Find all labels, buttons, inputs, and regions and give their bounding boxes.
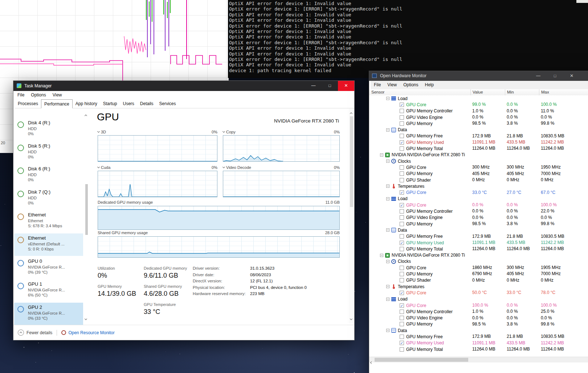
sensor-row[interactable]: ✓GPU Core0.0 %0.0 %100.0 % [369, 202, 588, 208]
tree-group-row[interactable]: −Clocks [369, 258, 588, 265]
sensor-row[interactable]: GPU Memory Controller1.0 %0.0 %25.0 % [369, 308, 588, 315]
tree-collapse-icon[interactable]: − [386, 298, 389, 301]
sensor-checkbox[interactable]: ✓ [400, 303, 404, 308]
tree-collapse-icon[interactable]: − [386, 97, 389, 100]
tree-group-row[interactable]: −Temperatures [369, 283, 588, 290]
open-resource-monitor-link[interactable]: Open Resource Monitor [61, 330, 114, 335]
sensor-checkbox[interactable] [400, 146, 404, 151]
ohm-close-button[interactable]: ✕ [566, 71, 577, 81]
sensor-checkbox[interactable] [400, 121, 404, 126]
ohm-column-headers[interactable]: Sensor Value Min Max [369, 89, 588, 96]
close-button[interactable]: ✕ [338, 81, 354, 91]
sensor-row[interactable]: GPU Core1860 MHz300 MHz1905 MHz [369, 265, 588, 271]
sensor-row[interactable]: GPU Shader0 MHz0 MHz0 MHz [369, 277, 588, 283]
tree-collapse-icon[interactable]: − [386, 260, 389, 263]
sensor-checkbox[interactable] [400, 347, 404, 352]
sensor-row[interactable]: GPU Video Engine0.0 %0.0 %0.0 % [369, 315, 588, 321]
chevron-down-icon[interactable] [222, 130, 225, 133]
sidebar-item-gpu-0[interactable]: GPU 0NVIDIA GeForce R...0% (39 °C) [14, 257, 83, 279]
chevron-down-icon[interactable] [97, 166, 100, 168]
column-header-min[interactable]: Min [505, 89, 541, 95]
sidebar-item-disk-5-r[interactable]: Disk 5 (R:)HDD0% [14, 141, 83, 164]
sensor-row[interactable]: GPU Memory Controller1.0 %0.0 %11.0 % [369, 108, 588, 114]
sensor-row[interactable]: GPU Memory Total11264.0 MB11264.0 MB1126… [369, 145, 588, 152]
tm-menu-file[interactable]: File [14, 91, 28, 99]
sensor-checkbox[interactable] [400, 310, 404, 314]
sensor-row[interactable]: ✓GPU Core50.0 °C33.0 °C78.0 °C [369, 290, 588, 296]
column-header-sensor[interactable]: Sensor [369, 89, 384, 95]
tab-details[interactable]: Details [137, 99, 156, 108]
sensor-row[interactable]: GPU Memory Controller0.0 %0.0 %22.0 % [369, 208, 588, 214]
ohm-horizontal-scrollbar[interactable] [369, 357, 588, 362]
tree-group-row[interactable]: −Load [369, 296, 588, 302]
sensor-row[interactable]: GPU Memory6790 MHz405 MHz7000 MHz [369, 271, 588, 277]
sensor-row[interactable]: GPU Video Engine0.0 %0.0 %0.0 % [369, 114, 588, 120]
sidebar-item-ethernet[interactable]: EthernetEthernetS: 678 R: 3.4 Mbps [14, 210, 83, 233]
ohm-menu-options[interactable]: Options [400, 81, 421, 89]
sensor-checkbox[interactable]: ✓ [400, 190, 404, 195]
sensor-row[interactable]: GPU Memory Total11264.0 MB11264.0 MB1126… [369, 346, 588, 352]
sensor-checkbox[interactable]: ✓ [400, 140, 404, 145]
sensor-row[interactable]: GPU Memory Total11264.0 MB11264.0 MB1126… [369, 246, 588, 252]
tree-collapse-icon[interactable]: − [386, 197, 389, 200]
sensor-row[interactable]: GPU Memory Free172.9 MB21.8 MB10830.5 MB [369, 333, 588, 340]
ohm-minimize-button[interactable]: — [532, 71, 544, 81]
sensor-row[interactable]: ✓GPU Core33.0 °C27.0 °C67.0 °C [369, 190, 588, 196]
sensor-checkbox[interactable] [400, 209, 404, 214]
sidebar-scrollbar[interactable] [85, 112, 89, 322]
sensor-checkbox[interactable] [400, 266, 404, 270]
tree-collapse-icon[interactable]: − [386, 128, 389, 132]
sensor-checkbox[interactable] [400, 109, 404, 113]
sensor-row[interactable]: ✓GPU Memory Used11091.1 MB433.5 MB11242.… [369, 139, 588, 145]
sensor-checkbox[interactable] [400, 215, 404, 220]
sensor-row[interactable]: ✓GPU Core99.0 %0.0 %100.0 % [369, 101, 588, 108]
tree-group-row[interactable]: −Load [369, 196, 588, 202]
sidebar-item-gpu-2[interactable]: GPU 2NVIDIA GeForce R...0% (33 °C) [14, 303, 83, 325]
sensor-checkbox[interactable] [400, 322, 404, 326]
sensor-row[interactable]: GPU Memory Free172.9 MB21.8 MB10830.5 MB [369, 133, 588, 139]
tree-group-row[interactable]: −Data [369, 127, 588, 133]
sensor-checkbox[interactable] [400, 316, 404, 320]
scroll-up-icon[interactable] [85, 112, 87, 118]
sensor-row[interactable]: GPU Memory Free172.9 MB21.8 MB10830.5 MB [369, 233, 588, 240]
tree-group-row[interactable]: −NVIDIA NVIDIA GeForce RTX 2080 Ti [369, 252, 588, 258]
sensor-row[interactable]: GPU Memory98.5 %3.8 %99.8 % [369, 120, 588, 127]
sensor-row[interactable]: ✓GPU Core100.0 %0.0 %100.0 % [369, 302, 588, 308]
tab-processes[interactable]: Processes [15, 99, 41, 108]
sensor-checkbox[interactable]: ✓ [400, 103, 404, 107]
scroll-left-icon[interactable] [371, 359, 372, 365]
sensor-row[interactable]: GPU Shader0 MHz0 MHz0 MHz [369, 177, 588, 183]
sidebar-item-gpu-1[interactable]: GPU 1NVIDIA GeForce R...6% (50 °C) [14, 279, 83, 302]
chevron-down-icon[interactable] [97, 130, 100, 133]
tree-collapse-icon[interactable]: − [386, 329, 389, 332]
scroll-down-icon[interactable] [350, 315, 352, 322]
sensor-checkbox[interactable]: ✓ [400, 341, 404, 345]
sensor-row[interactable]: ✓GPU Memory Used11091.1 MB433.5 MB11242.… [369, 340, 588, 346]
sensor-checkbox[interactable] [400, 247, 404, 251]
scrollbar-thumb[interactable] [375, 358, 468, 362]
sidebar-item-disk-6-r[interactable]: Disk 6 (R:)HDD0% [14, 164, 83, 187]
scroll-down-icon[interactable] [85, 315, 87, 322]
sensor-checkbox[interactable] [400, 222, 404, 226]
tree-group-row[interactable]: −Temperatures [369, 183, 588, 189]
ohm-maximize-button[interactable]: □ [549, 71, 561, 81]
minimize-button[interactable]: — [305, 81, 322, 91]
tree-group-row[interactable]: −Data [369, 227, 588, 233]
fewer-details-button[interactable]: Fewer details [18, 330, 52, 336]
sensor-checkbox[interactable] [400, 234, 404, 239]
sensor-checkbox[interactable]: ✓ [400, 203, 404, 207]
sensor-checkbox[interactable]: ✓ [400, 291, 404, 295]
sensor-checkbox[interactable] [400, 134, 404, 138]
tm-menu-options[interactable]: Options [28, 91, 49, 99]
tree-group-row[interactable]: −Load [369, 95, 588, 101]
ohm-menu-view[interactable]: View [384, 81, 400, 89]
terminal-scrollbar[interactable] [576, 0, 588, 3]
sensor-checkbox[interactable] [400, 165, 404, 170]
ohm-menu-file[interactable]: File [371, 81, 384, 89]
sensor-checkbox[interactable] [400, 115, 404, 120]
sidebar-item-disk-7-q[interactable]: Disk 7 (Q:)HDD0% [14, 187, 83, 210]
tab-users[interactable]: Users [120, 99, 137, 108]
tree-collapse-icon[interactable]: − [380, 153, 383, 157]
ohm-menu-help[interactable]: Help [422, 81, 437, 89]
column-header-value[interactable]: Value [470, 89, 507, 95]
